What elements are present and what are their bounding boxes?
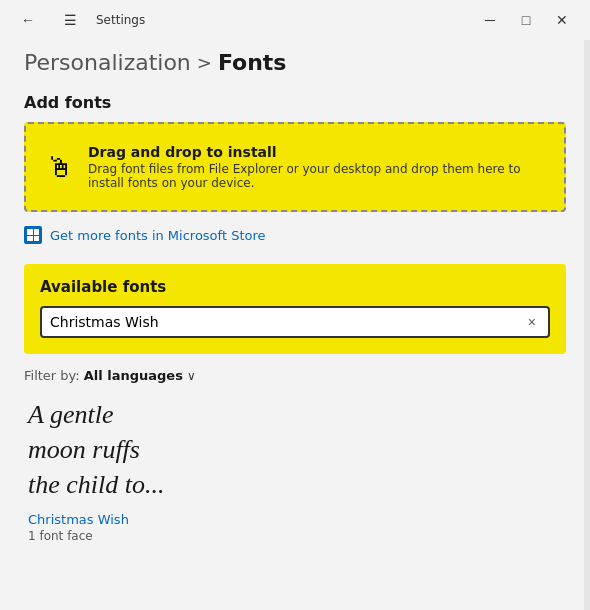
close-icon: ✕ [556, 12, 568, 28]
available-fonts-section: Available fonts × [24, 264, 566, 354]
title-bar-controls: ─ □ ✕ [474, 8, 578, 32]
font-name-link[interactable]: Christmas Wish [28, 512, 562, 527]
preview-line-2: moon ruffs [28, 432, 562, 467]
close-button[interactable]: ✕ [546, 8, 578, 32]
maximize-icon: □ [522, 12, 530, 28]
breadcrumb-current: Fonts [218, 50, 287, 75]
preview-line-3: the child to... [28, 467, 562, 502]
title-bar: ← ☰ Settings ─ □ ✕ [0, 0, 590, 40]
chevron-down-icon: ∨ [187, 369, 196, 383]
font-preview-area: A gentle moon ruffs the child to... Chri… [24, 397, 566, 543]
drop-zone-sub-text: Drag font files from File Explorer or yo… [88, 162, 544, 190]
breadcrumb-parent[interactable]: Personalization [24, 50, 191, 75]
scrollbar[interactable] [584, 40, 590, 610]
store-link[interactable]: Get more fonts in Microsoft Store [24, 226, 566, 244]
add-fonts-title: Add fonts [24, 93, 566, 112]
back-button[interactable]: ← [12, 8, 44, 32]
drag-drop-icon: 🖱 [46, 151, 74, 184]
drop-zone-main-text: Drag and drop to install [88, 144, 544, 160]
available-fonts-title: Available fonts [40, 278, 550, 296]
preview-line-1: A gentle [28, 397, 562, 432]
filter-value: All languages [84, 368, 183, 383]
minimize-button[interactable]: ─ [474, 8, 506, 32]
maximize-button[interactable]: □ [510, 8, 542, 32]
drop-zone-text: Drag and drop to install Drag font files… [88, 144, 544, 190]
breadcrumb-separator: > [197, 52, 212, 73]
back-icon: ← [21, 12, 35, 28]
content-area: Personalization > Fonts Add fonts 🖱 Drag… [0, 40, 590, 563]
font-face-count: 1 font face [28, 529, 562, 543]
search-box: × [40, 306, 550, 338]
app-window: ← ☰ Settings ─ □ ✕ Personalization > Fon… [0, 0, 590, 610]
minimize-icon: ─ [485, 12, 495, 28]
filter-label: Filter by: [24, 368, 80, 383]
hamburger-icon: ☰ [64, 12, 77, 28]
drop-zone[interactable]: 🖱 Drag and drop to install Drag font fil… [24, 122, 566, 212]
search-input[interactable] [50, 314, 524, 330]
title-bar-title: Settings [96, 13, 145, 27]
title-bar-left: ← ☰ Settings [12, 8, 145, 32]
hamburger-button[interactable]: ☰ [54, 8, 86, 32]
font-preview-text: A gentle moon ruffs the child to... [28, 397, 562, 502]
filter-bar: Filter by: All languages ∨ [24, 368, 566, 383]
search-clear-button[interactable]: × [524, 312, 540, 332]
filter-dropdown-button[interactable]: ∨ [187, 369, 196, 383]
store-link-text[interactable]: Get more fonts in Microsoft Store [50, 228, 266, 243]
breadcrumb: Personalization > Fonts [24, 50, 566, 75]
store-icon [24, 226, 42, 244]
